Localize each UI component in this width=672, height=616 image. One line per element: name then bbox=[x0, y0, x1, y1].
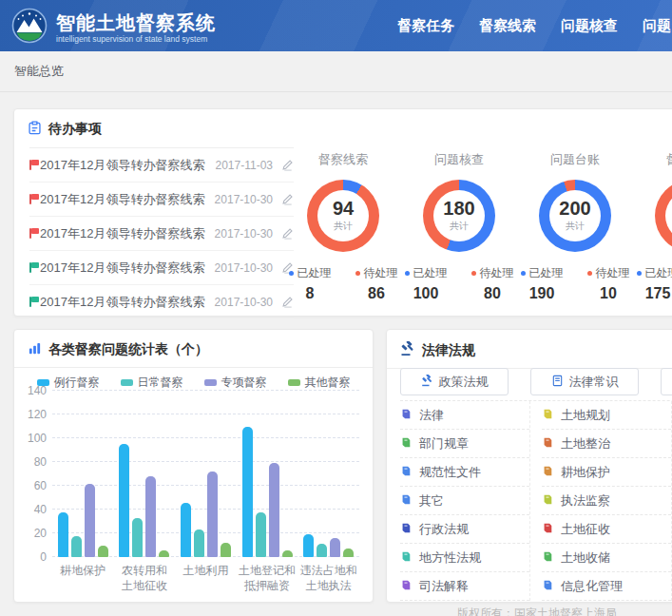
law-item[interactable]: 土地规划 bbox=[542, 401, 671, 430]
flag-icon bbox=[29, 228, 31, 239]
donut-legend: 已处理100待处理80 bbox=[400, 265, 518, 302]
bar-legend-item[interactable]: 其他督察 bbox=[288, 375, 351, 391]
bar bbox=[194, 529, 204, 557]
nav-item[interactable]: 督察任务 bbox=[397, 17, 454, 35]
bar-legend: 例行督察日常督察专项督察其他督察 bbox=[14, 375, 373, 391]
legend-dot bbox=[521, 271, 526, 276]
law-filter-button[interactable]: 法律常识 bbox=[530, 368, 639, 395]
donut-title: 问题台账 bbox=[550, 151, 600, 168]
bar bbox=[181, 503, 191, 558]
book-icon bbox=[400, 408, 412, 423]
legend-text: 已处理 bbox=[645, 265, 672, 281]
donut-center: 180共计 bbox=[433, 190, 485, 241]
law-item[interactable]: 规范性文件 bbox=[400, 458, 529, 487]
law-item[interactable]: 司法解释 bbox=[400, 572, 529, 601]
donut-ring: 共计 bbox=[655, 180, 672, 252]
law-item[interactable]: 行政法规 bbox=[400, 515, 529, 544]
law-column: 土地规划土地整治耕地保护执法监察土地征收土地收储信息化管理 bbox=[529, 401, 671, 601]
todo-item[interactable]: 2017年12月领导转办督察线索2017-11-03 bbox=[29, 148, 294, 183]
donut-chart: 督察线索94共计已处理8待处理86 bbox=[285, 151, 401, 302]
law-item[interactable]: 土地征收 bbox=[542, 515, 671, 544]
book-icon bbox=[542, 436, 553, 452]
todo-item[interactable]: 2017年12月领导转办督察线索2017-10-30 bbox=[29, 217, 294, 251]
x-axis-label: 耕地保护 bbox=[52, 564, 113, 593]
book-icon bbox=[400, 436, 412, 452]
law-item[interactable]: 执法监察 bbox=[542, 487, 671, 515]
todo-date: 2017-10-30 bbox=[215, 193, 273, 206]
law-filter-button[interactable]: 政策法规 bbox=[400, 368, 509, 395]
nav-item[interactable]: 问题核查 bbox=[561, 17, 618, 35]
donut-legend-value: 10 bbox=[600, 285, 617, 302]
bar bbox=[207, 472, 218, 557]
law-item[interactable]: 地方性法规 bbox=[400, 544, 529, 572]
law-item-label: 地方性法规 bbox=[419, 549, 481, 567]
bar bbox=[256, 512, 266, 558]
todo-list: 2017年12月领导转办督察线索2017-11-032017年12月领导转办督察… bbox=[29, 147, 294, 319]
donut-ring: 200共计 bbox=[539, 180, 611, 252]
nav-item[interactable]: 督察线索 bbox=[479, 17, 536, 35]
bar-chart-icon bbox=[28, 341, 42, 358]
legend-text: 待处理 bbox=[364, 265, 398, 281]
bar-legend-item[interactable]: 专项督察 bbox=[204, 375, 267, 391]
nav-item[interactable]: 问题台账 bbox=[643, 17, 672, 35]
book-icon bbox=[542, 550, 553, 566]
donut-legend-item: 待处理86 bbox=[351, 265, 402, 302]
bar-group bbox=[242, 427, 293, 558]
donut-center: 94共计 bbox=[317, 190, 369, 241]
todo-date: 2017-10-30 bbox=[215, 261, 273, 275]
bar bbox=[119, 444, 129, 557]
law-filter-button[interactable] bbox=[661, 368, 672, 395]
flag-icon bbox=[29, 160, 31, 170]
todo-item[interactable]: 2017年12月领导转办督察线索2017-10-30 bbox=[29, 285, 294, 319]
book-icon bbox=[542, 522, 553, 537]
page: 智能土地督察系统 intelligent supervision of stat… bbox=[0, 0, 672, 616]
donut-chart: 问题核查180共计已处理100待处理80 bbox=[401, 151, 517, 302]
gavel-icon bbox=[421, 375, 433, 390]
law-item[interactable]: 其它 bbox=[400, 487, 529, 515]
donut-legend: 已处理175待处理 bbox=[632, 265, 672, 302]
donut-legend: 已处理8待处理86 bbox=[284, 265, 402, 302]
bar-panel-title: 各类督察问题统计表（个） bbox=[48, 341, 208, 358]
law-item-label: 执法监察 bbox=[561, 492, 610, 510]
todo-item[interactable]: 2017年12月领导转办督察线索2017-10-30 bbox=[29, 251, 294, 285]
bar-plot-area: 020406080100120140 bbox=[52, 391, 359, 557]
law-item-label: 信息化管理 bbox=[561, 578, 623, 595]
y-axis-tick: 80 bbox=[22, 455, 47, 469]
donut-legend-label: 已处理 bbox=[289, 265, 332, 281]
law-item-label: 司法解释 bbox=[419, 578, 469, 595]
x-axis-label: 土地登记和 抵押融资 bbox=[237, 564, 298, 593]
donut-legend-value: 190 bbox=[529, 285, 555, 302]
laws-filter-buttons: 政策法规法律常识 bbox=[400, 368, 672, 395]
law-item[interactable]: 部门规章 bbox=[400, 430, 529, 458]
todo-text: 2017年12月领导转办督察线索 bbox=[40, 260, 206, 277]
law-item[interactable]: 耕地保护 bbox=[542, 458, 671, 487]
legend-text: 日常督察 bbox=[138, 375, 183, 391]
todo-date: 2017-10-30 bbox=[215, 227, 273, 241]
bar-chart-card: 各类督察问题统计表（个） 例行督察日常督察专项督察其他督察 0204060801… bbox=[13, 329, 374, 603]
legend-dot bbox=[471, 271, 476, 276]
donut-legend-value: 175 bbox=[645, 285, 671, 302]
donut-legend-value: 86 bbox=[368, 285, 385, 302]
donut-legend-label: 待处理 bbox=[587, 265, 630, 281]
donut-legend-value: 80 bbox=[484, 285, 501, 302]
legend-text: 已处理 bbox=[298, 265, 332, 281]
donut-total-value: 94 bbox=[333, 199, 354, 218]
donut-legend-value: 8 bbox=[306, 285, 315, 302]
law-item[interactable]: 土地整治 bbox=[542, 430, 671, 458]
button-label: 政策法规 bbox=[439, 374, 489, 391]
law-item[interactable]: 信息化管理 bbox=[542, 572, 671, 601]
y-axis-tick: 100 bbox=[22, 432, 47, 445]
law-item-label: 土地征收 bbox=[561, 521, 610, 538]
todo-item[interactable]: 2017年12月领导转办督察线索2017-10-30 bbox=[29, 183, 294, 217]
brand-text: 智能土地督察系统 intelligent supervision of stat… bbox=[56, 12, 216, 44]
bar-groups bbox=[52, 391, 359, 557]
todo-panel-header: 待办事项 bbox=[14, 109, 672, 146]
law-item-label: 土地整治 bbox=[561, 435, 610, 452]
book-icon bbox=[400, 550, 412, 566]
donut-legend-item: 已处理175 bbox=[632, 265, 672, 302]
law-item-label: 其它 bbox=[419, 492, 444, 510]
bar-legend-item[interactable]: 日常督察 bbox=[121, 375, 183, 391]
law-item[interactable]: 法律 bbox=[400, 401, 529, 430]
y-axis-tick: 40 bbox=[22, 503, 47, 516]
law-item[interactable]: 土地收储 bbox=[542, 544, 671, 572]
